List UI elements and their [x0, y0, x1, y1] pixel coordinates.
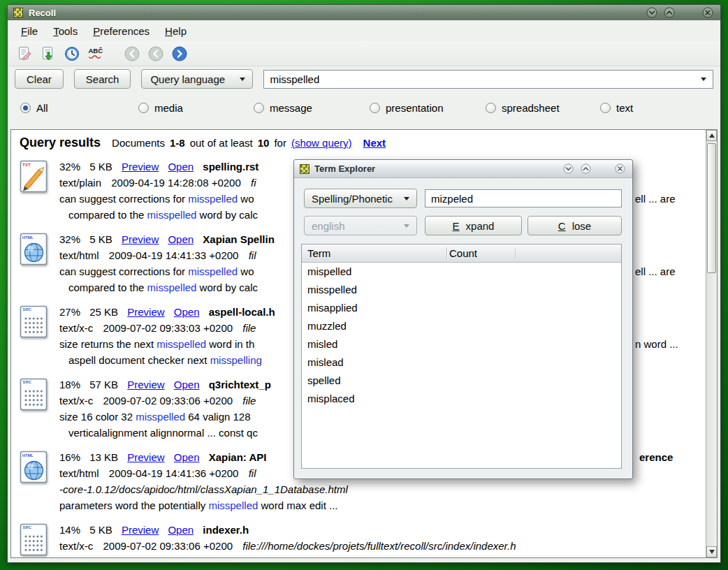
svg-text:SRC: SRC	[23, 307, 32, 312]
dialog-titlebar[interactable]: Term Explorer	[294, 160, 632, 178]
query-language-combobox[interactable]: Query language	[141, 69, 253, 89]
filter-radio-spreadsheet[interactable]: spreadsheet	[486, 102, 560, 114]
highlighted-term: misspelled	[156, 338, 206, 350]
filter-radio-media[interactable]: media	[138, 102, 183, 114]
highlighted-term: misspelled	[147, 282, 197, 293]
result-title-line: 14% 5 KB Preview Open indexer.h	[59, 522, 706, 538]
term-cell: misapplied	[307, 299, 446, 317]
result-filename: q3richtext_p	[209, 379, 271, 390]
close-button[interactable]: Close	[527, 216, 622, 235]
expand-button[interactable]: Expand	[425, 216, 522, 235]
open-link[interactable]: Open	[168, 161, 194, 173]
language-combobox: english	[304, 216, 417, 235]
relevance-percent: 14%	[59, 524, 80, 536]
dialog-minimize-button[interactable]	[563, 163, 574, 174]
term-row[interactable]: misplaced	[302, 390, 621, 408]
scrollbar-thumb[interactable]	[707, 143, 716, 273]
term-match-type-combobox[interactable]: Spelling/Phonetic	[304, 189, 417, 208]
result-filename: indexer.h	[203, 524, 249, 536]
filter-radio-text[interactable]: text	[600, 102, 633, 114]
result-url: fil	[249, 467, 256, 479]
radio-icon	[600, 103, 611, 113]
open-link[interactable]: Open	[174, 379, 200, 390]
menu-help[interactable]: Help	[159, 23, 193, 39]
svg-text:SRC: SRC	[23, 525, 32, 529]
result-filename: aspell-local.h	[209, 306, 275, 318]
radio-label: presentation	[386, 102, 444, 114]
clear-button[interactable]: Clear	[15, 69, 64, 89]
preview-link[interactable]: Preview	[122, 161, 159, 173]
chevron-down-icon	[404, 197, 409, 200]
svg-text:TXT: TXT	[22, 162, 31, 167]
prev-page-icon	[147, 45, 164, 62]
term-row[interactable]: mispelled	[302, 263, 621, 281]
relevance-percent: 18%	[59, 379, 80, 390]
open-link[interactable]: Open	[174, 451, 200, 463]
query-language-label: Query language	[150, 73, 225, 85]
spellcheck-icon[interactable]: ABĈ	[87, 45, 104, 62]
next-page-link[interactable]: Next	[363, 137, 386, 149]
dialog-maximize-button[interactable]	[581, 163, 591, 174]
filter-radio-presentation[interactable]: presentation	[370, 102, 444, 114]
minimize-button[interactable]	[646, 7, 657, 18]
filter-radio-message[interactable]: message	[254, 102, 312, 114]
term-cell: spelled	[307, 372, 446, 390]
arrow-up-icon	[709, 133, 715, 138]
next-page-icon[interactable]	[171, 45, 188, 62]
save-results-icon[interactable]	[40, 45, 57, 62]
scroll-down-button[interactable]	[706, 546, 717, 557]
mime-type: text/plain	[59, 177, 101, 189]
term-row[interactable]: muzzled	[302, 317, 621, 335]
window-titlebar[interactable]: Recoll	[8, 5, 720, 20]
result-date: 2009-07-02 09:33:06 +0200	[103, 540, 233, 552]
open-link[interactable]: Open	[174, 306, 200, 318]
term-row[interactable]: misapplied	[302, 299, 621, 317]
column-header-count[interactable]: Count	[441, 247, 621, 259]
close-button[interactable]	[702, 7, 713, 18]
table-header[interactable]: Term Count	[302, 244, 621, 263]
relevance-percent: 32%	[59, 161, 80, 173]
results-header: Query results Documents 1-8 out of at le…	[20, 136, 706, 150]
term-row[interactable]: misled	[302, 335, 621, 353]
term-input[interactable]	[425, 189, 622, 207]
relevance-percent: 27%	[59, 306, 80, 318]
vertical-scrollbar[interactable]	[706, 130, 717, 557]
column-header-term[interactable]: Term	[302, 247, 441, 259]
file-size: 5 KB	[89, 524, 112, 536]
menu-file[interactable]: File	[15, 23, 44, 39]
result-snippet-line: parameters word the potentially misspell…	[59, 497, 706, 513]
menu-tools[interactable]: Tools	[47, 23, 84, 39]
search-button[interactable]: Search	[74, 69, 131, 89]
preview-link[interactable]: Preview	[122, 524, 159, 536]
chevron-down-icon	[404, 224, 409, 228]
dialog-close-button[interactable]	[615, 163, 625, 174]
query-input[interactable]	[264, 71, 701, 88]
term-cell: mislead	[307, 353, 446, 372]
preview-link[interactable]: Preview	[127, 379, 164, 390]
results-title: Query results	[20, 136, 101, 150]
open-link[interactable]: Open	[168, 524, 194, 536]
clear-search-icon[interactable]	[16, 45, 33, 62]
arrow-down-icon	[709, 550, 715, 554]
preview-link[interactable]: Preview	[122, 233, 159, 245]
highlighted-term: misspelled	[136, 411, 185, 423]
show-query-link[interactable]: (show query)	[291, 137, 352, 149]
menu-bar: FileToolsPreferencesHelp	[8, 20, 720, 41]
term-row[interactable]: mislead	[302, 353, 621, 372]
menu-preferences[interactable]: Preferences	[87, 23, 156, 39]
query-combobox[interactable]	[263, 70, 713, 89]
result-meta-line: text/x-c 2009-07-02 09:33:06 +0200 file:…	[59, 538, 706, 554]
scroll-up-button[interactable]	[706, 130, 717, 141]
preview-link[interactable]: Preview	[127, 306, 164, 318]
term-row[interactable]: spelled	[302, 372, 621, 390]
history-icon[interactable]	[64, 45, 80, 62]
svg-text:HTML: HTML	[22, 453, 34, 458]
docs-range: 1-8	[170, 137, 185, 149]
preview-link[interactable]: Preview	[127, 451, 164, 463]
dialog-title: Term Explorer	[314, 163, 558, 174]
open-link[interactable]: Open	[168, 233, 194, 245]
term-row[interactable]: misspelled	[302, 281, 621, 299]
filter-radio-all[interactable]: All	[20, 102, 48, 114]
maximize-button[interactable]	[664, 7, 675, 18]
term-match-type-value: Spelling/Phonetic	[312, 193, 393, 205]
